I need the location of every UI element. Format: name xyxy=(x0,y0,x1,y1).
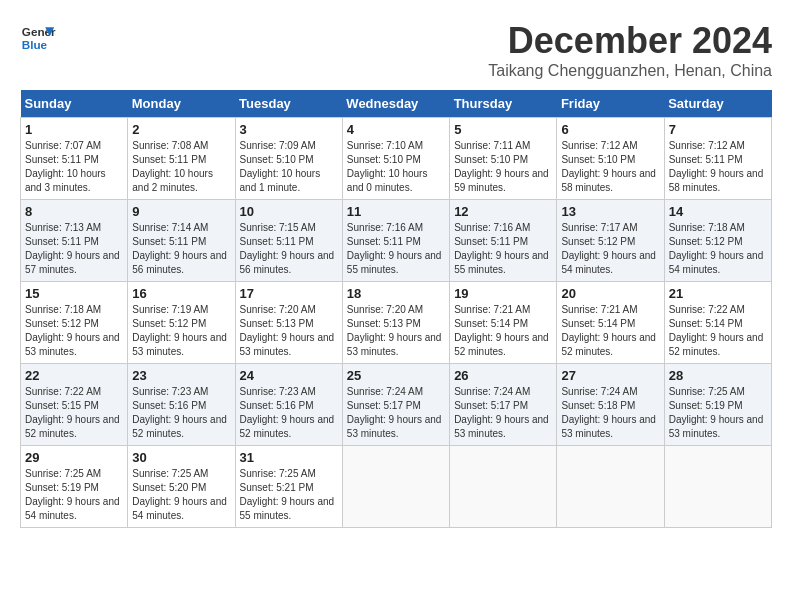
day-number: 30 xyxy=(132,450,230,465)
day-detail: Sunrise: 7:22 AMSunset: 5:14 PMDaylight:… xyxy=(669,303,767,359)
calendar-cell: 28Sunrise: 7:25 AMSunset: 5:19 PMDayligh… xyxy=(664,364,771,446)
logo: General Blue xyxy=(20,20,56,56)
calendar-cell xyxy=(664,446,771,528)
calendar-cell: 7Sunrise: 7:12 AMSunset: 5:11 PMDaylight… xyxy=(664,118,771,200)
calendar-cell xyxy=(450,446,557,528)
day-number: 10 xyxy=(240,204,338,219)
day-detail: Sunrise: 7:19 AMSunset: 5:12 PMDaylight:… xyxy=(132,303,230,359)
day-number: 14 xyxy=(669,204,767,219)
calendar-cell: 8Sunrise: 7:13 AMSunset: 5:11 PMDaylight… xyxy=(21,200,128,282)
month-title: December 2024 xyxy=(488,20,772,62)
day-detail: Sunrise: 7:09 AMSunset: 5:10 PMDaylight:… xyxy=(240,139,338,195)
calendar-cell: 21Sunrise: 7:22 AMSunset: 5:14 PMDayligh… xyxy=(664,282,771,364)
day-number: 7 xyxy=(669,122,767,137)
page-header: General Blue December 2024 Taikang Cheng… xyxy=(20,20,772,80)
calendar-cell: 30Sunrise: 7:25 AMSunset: 5:20 PMDayligh… xyxy=(128,446,235,528)
day-detail: Sunrise: 7:16 AMSunset: 5:11 PMDaylight:… xyxy=(454,221,552,277)
day-number: 23 xyxy=(132,368,230,383)
day-detail: Sunrise: 7:07 AMSunset: 5:11 PMDaylight:… xyxy=(25,139,123,195)
day-detail: Sunrise: 7:24 AMSunset: 5:17 PMDaylight:… xyxy=(347,385,445,441)
calendar-cell xyxy=(342,446,449,528)
calendar-cell: 22Sunrise: 7:22 AMSunset: 5:15 PMDayligh… xyxy=(21,364,128,446)
calendar-cell: 9Sunrise: 7:14 AMSunset: 5:11 PMDaylight… xyxy=(128,200,235,282)
day-number: 8 xyxy=(25,204,123,219)
calendar-cell xyxy=(557,446,664,528)
day-detail: Sunrise: 7:12 AMSunset: 5:10 PMDaylight:… xyxy=(561,139,659,195)
calendar-cell: 20Sunrise: 7:21 AMSunset: 5:14 PMDayligh… xyxy=(557,282,664,364)
day-number: 16 xyxy=(132,286,230,301)
day-number: 2 xyxy=(132,122,230,137)
calendar-cell: 25Sunrise: 7:24 AMSunset: 5:17 PMDayligh… xyxy=(342,364,449,446)
day-number: 13 xyxy=(561,204,659,219)
calendar-cell: 12Sunrise: 7:16 AMSunset: 5:11 PMDayligh… xyxy=(450,200,557,282)
weekday-header-sunday: Sunday xyxy=(21,90,128,118)
calendar-cell: 31Sunrise: 7:25 AMSunset: 5:21 PMDayligh… xyxy=(235,446,342,528)
day-detail: Sunrise: 7:17 AMSunset: 5:12 PMDaylight:… xyxy=(561,221,659,277)
day-detail: Sunrise: 7:24 AMSunset: 5:18 PMDaylight:… xyxy=(561,385,659,441)
day-number: 11 xyxy=(347,204,445,219)
weekday-header-friday: Friday xyxy=(557,90,664,118)
day-detail: Sunrise: 7:21 AMSunset: 5:14 PMDaylight:… xyxy=(561,303,659,359)
calendar-cell: 11Sunrise: 7:16 AMSunset: 5:11 PMDayligh… xyxy=(342,200,449,282)
day-number: 31 xyxy=(240,450,338,465)
day-number: 5 xyxy=(454,122,552,137)
day-detail: Sunrise: 7:11 AMSunset: 5:10 PMDaylight:… xyxy=(454,139,552,195)
day-number: 9 xyxy=(132,204,230,219)
day-number: 24 xyxy=(240,368,338,383)
day-number: 3 xyxy=(240,122,338,137)
calendar-cell: 26Sunrise: 7:24 AMSunset: 5:17 PMDayligh… xyxy=(450,364,557,446)
day-number: 1 xyxy=(25,122,123,137)
day-number: 20 xyxy=(561,286,659,301)
day-detail: Sunrise: 7:08 AMSunset: 5:11 PMDaylight:… xyxy=(132,139,230,195)
day-detail: Sunrise: 7:10 AMSunset: 5:10 PMDaylight:… xyxy=(347,139,445,195)
day-detail: Sunrise: 7:22 AMSunset: 5:15 PMDaylight:… xyxy=(25,385,123,441)
day-number: 15 xyxy=(25,286,123,301)
day-detail: Sunrise: 7:20 AMSunset: 5:13 PMDaylight:… xyxy=(240,303,338,359)
day-number: 19 xyxy=(454,286,552,301)
day-number: 28 xyxy=(669,368,767,383)
calendar-cell: 4Sunrise: 7:10 AMSunset: 5:10 PMDaylight… xyxy=(342,118,449,200)
calendar-cell: 16Sunrise: 7:19 AMSunset: 5:12 PMDayligh… xyxy=(128,282,235,364)
calendar-week-row: 15Sunrise: 7:18 AMSunset: 5:12 PMDayligh… xyxy=(21,282,772,364)
calendar-cell: 3Sunrise: 7:09 AMSunset: 5:10 PMDaylight… xyxy=(235,118,342,200)
calendar-cell: 5Sunrise: 7:11 AMSunset: 5:10 PMDaylight… xyxy=(450,118,557,200)
calendar-cell: 6Sunrise: 7:12 AMSunset: 5:10 PMDaylight… xyxy=(557,118,664,200)
calendar-cell: 18Sunrise: 7:20 AMSunset: 5:13 PMDayligh… xyxy=(342,282,449,364)
weekday-header-tuesday: Tuesday xyxy=(235,90,342,118)
day-detail: Sunrise: 7:15 AMSunset: 5:11 PMDaylight:… xyxy=(240,221,338,277)
day-detail: Sunrise: 7:25 AMSunset: 5:21 PMDaylight:… xyxy=(240,467,338,523)
weekday-header-row: SundayMondayTuesdayWednesdayThursdayFrid… xyxy=(21,90,772,118)
day-number: 22 xyxy=(25,368,123,383)
day-number: 17 xyxy=(240,286,338,301)
calendar-cell: 17Sunrise: 7:20 AMSunset: 5:13 PMDayligh… xyxy=(235,282,342,364)
calendar-table: SundayMondayTuesdayWednesdayThursdayFrid… xyxy=(20,90,772,528)
weekday-header-monday: Monday xyxy=(128,90,235,118)
calendar-cell: 14Sunrise: 7:18 AMSunset: 5:12 PMDayligh… xyxy=(664,200,771,282)
day-detail: Sunrise: 7:25 AMSunset: 5:19 PMDaylight:… xyxy=(669,385,767,441)
calendar-cell: 1Sunrise: 7:07 AMSunset: 5:11 PMDaylight… xyxy=(21,118,128,200)
day-number: 29 xyxy=(25,450,123,465)
title-block: December 2024 Taikang Chengguanzhen, Hen… xyxy=(488,20,772,80)
day-number: 26 xyxy=(454,368,552,383)
calendar-cell: 23Sunrise: 7:23 AMSunset: 5:16 PMDayligh… xyxy=(128,364,235,446)
calendar-cell: 19Sunrise: 7:21 AMSunset: 5:14 PMDayligh… xyxy=(450,282,557,364)
calendar-cell: 13Sunrise: 7:17 AMSunset: 5:12 PMDayligh… xyxy=(557,200,664,282)
day-number: 6 xyxy=(561,122,659,137)
day-detail: Sunrise: 7:25 AMSunset: 5:20 PMDaylight:… xyxy=(132,467,230,523)
day-number: 25 xyxy=(347,368,445,383)
day-number: 21 xyxy=(669,286,767,301)
calendar-cell: 27Sunrise: 7:24 AMSunset: 5:18 PMDayligh… xyxy=(557,364,664,446)
day-detail: Sunrise: 7:14 AMSunset: 5:11 PMDaylight:… xyxy=(132,221,230,277)
calendar-week-row: 22Sunrise: 7:22 AMSunset: 5:15 PMDayligh… xyxy=(21,364,772,446)
calendar-cell: 10Sunrise: 7:15 AMSunset: 5:11 PMDayligh… xyxy=(235,200,342,282)
day-number: 4 xyxy=(347,122,445,137)
calendar-week-row: 29Sunrise: 7:25 AMSunset: 5:19 PMDayligh… xyxy=(21,446,772,528)
day-detail: Sunrise: 7:18 AMSunset: 5:12 PMDaylight:… xyxy=(669,221,767,277)
svg-text:Blue: Blue xyxy=(22,38,48,51)
day-detail: Sunrise: 7:12 AMSunset: 5:11 PMDaylight:… xyxy=(669,139,767,195)
calendar-week-row: 8Sunrise: 7:13 AMSunset: 5:11 PMDaylight… xyxy=(21,200,772,282)
day-detail: Sunrise: 7:18 AMSunset: 5:12 PMDaylight:… xyxy=(25,303,123,359)
day-number: 27 xyxy=(561,368,659,383)
calendar-cell: 29Sunrise: 7:25 AMSunset: 5:19 PMDayligh… xyxy=(21,446,128,528)
day-detail: Sunrise: 7:23 AMSunset: 5:16 PMDaylight:… xyxy=(132,385,230,441)
